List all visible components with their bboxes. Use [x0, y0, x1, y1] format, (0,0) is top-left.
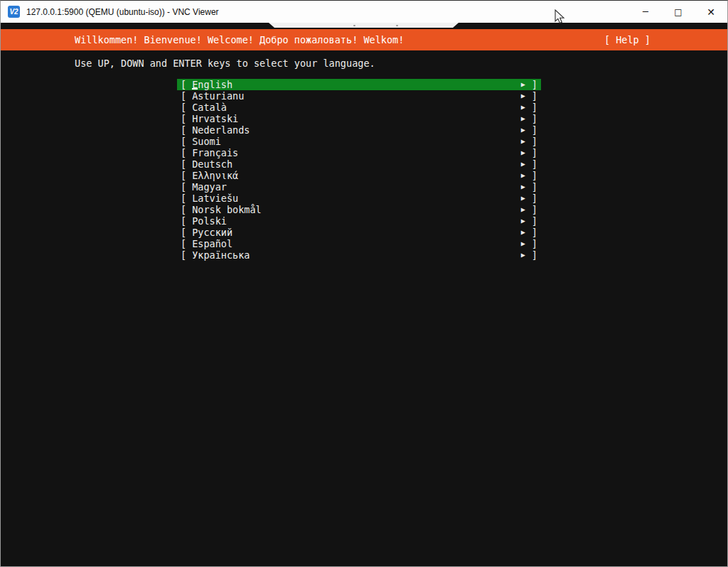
submenu-arrow-icon: ▶ — [521, 193, 525, 204]
language-label: Ελληνικά — [192, 170, 521, 181]
bracket-close-icon: ] — [532, 204, 537, 215]
language-option[interactable]: [ Polski ▶ ] — [177, 215, 541, 227]
language-label: Русский — [192, 227, 521, 238]
window-titlebar[interactable]: V2 127.0.0.1:5900 (QEMU (ubuntu-iso)) - … — [1, 1, 727, 23]
maximize-button[interactable]: □ — [662, 1, 695, 23]
submenu-arrow-icon: ▶ — [521, 90, 525, 102]
bracket-close-icon: ] — [532, 124, 537, 136]
language-option[interactable]: [ Nederlands ▶ ] — [177, 124, 541, 136]
installer-screen: Willkommen! Bienvenue! Welcome! Добро по… — [1, 23, 727, 566]
language-option[interactable]: [ English ▶ ] — [177, 79, 541, 90]
language-option[interactable]: [ Latviešu ▶ ] — [177, 193, 541, 204]
language-option[interactable]: [ Deutsch ▶ ] — [177, 158, 541, 170]
bracket-open-icon: [ — [181, 249, 186, 261]
language-label: English — [192, 79, 521, 90]
mouse-cursor — [555, 9, 565, 25]
submenu-arrow-icon: ▶ — [521, 102, 525, 113]
bracket-close-icon: ] — [532, 215, 537, 227]
language-label: Español — [192, 238, 521, 249]
bracket-close-icon: ] — [532, 227, 537, 238]
welcome-banner: Willkommen! Bienvenue! Welcome! Добро по… — [1, 29, 727, 50]
language-option[interactable]: [ Español ▶ ] — [177, 238, 541, 249]
bracket-close-icon: ] — [532, 249, 537, 261]
language-option[interactable]: [ Русский ▶ ] — [177, 227, 541, 238]
bracket-open-icon: [ — [181, 136, 186, 147]
language-option[interactable]: [ Català ▶ ] — [177, 102, 541, 113]
vnc-viewer-app-icon: V2 — [8, 6, 20, 18]
bracket-open-icon: [ — [181, 215, 186, 227]
submenu-arrow-icon: ▶ — [521, 181, 525, 193]
submenu-arrow-icon: ▶ — [521, 79, 525, 90]
language-option[interactable]: [ Magyar ▶ ] — [177, 181, 541, 193]
language-list: [ English ▶ ] [ Asturianu ▶ ] [ Català ▶… — [177, 79, 541, 261]
submenu-arrow-icon: ▶ — [521, 204, 525, 215]
language-option[interactable]: [ Ελληνικά ▶ ] — [177, 170, 541, 181]
welcome-text: Willkommen! Bienvenue! Welcome! Добро по… — [75, 34, 404, 45]
minimize-button[interactable]: ─ — [629, 1, 662, 23]
instruction-text: Use UP, DOWN and ENTER keys to select yo… — [75, 58, 375, 69]
language-label: Norsk bokmål — [192, 204, 521, 215]
language-option[interactable]: [ Français ▶ ] — [177, 147, 541, 158]
bracket-close-icon: ] — [532, 79, 537, 90]
bracket-close-icon: ] — [532, 193, 537, 204]
submenu-arrow-icon: ▶ — [521, 170, 525, 181]
bracket-open-icon: [ — [181, 102, 186, 113]
bracket-open-icon: [ — [181, 227, 186, 238]
bracket-open-icon: [ — [181, 158, 186, 170]
language-option[interactable]: [ Asturianu ▶ ] — [177, 90, 541, 102]
bracket-close-icon: ] — [532, 147, 537, 158]
language-label: Hrvatski — [192, 113, 521, 124]
submenu-arrow-icon: ▶ — [521, 158, 525, 170]
bracket-close-icon: ] — [532, 170, 537, 181]
language-option[interactable]: [ Українська ▶ ] — [177, 249, 541, 261]
toolbar-tab-dot — [396, 25, 398, 26]
submenu-arrow-icon: ▶ — [521, 238, 525, 249]
language-label: Українська — [192, 249, 521, 261]
bracket-open-icon: [ — [181, 181, 186, 193]
submenu-arrow-icon: ▶ — [521, 249, 525, 261]
bracket-open-icon: [ — [181, 170, 186, 181]
bracket-open-icon: [ — [181, 124, 186, 136]
bracket-close-icon: ] — [532, 90, 537, 102]
language-option[interactable]: [ Norsk bokmål ▶ ] — [177, 204, 541, 215]
language-option[interactable]: [ Hrvatski ▶ ] — [177, 113, 541, 124]
help-button[interactable]: [ Help ] — [604, 34, 651, 45]
vnc-viewer-window: V2 127.0.0.1:5900 (QEMU (ubuntu-iso)) - … — [0, 0, 728, 567]
language-label: Français — [192, 147, 521, 158]
submenu-arrow-icon: ▶ — [521, 147, 525, 158]
bracket-close-icon: ] — [532, 102, 537, 113]
toolbar-tab-dot — [353, 25, 355, 26]
text-cursor — [192, 88, 198, 90]
bracket-close-icon: ] — [532, 113, 537, 124]
language-label: Deutsch — [192, 158, 521, 170]
submenu-arrow-icon: ▶ — [521, 113, 525, 124]
vnc-toolbar-tab[interactable] — [269, 23, 459, 28]
language-label: Suomi — [192, 136, 521, 147]
submenu-arrow-icon: ▶ — [521, 227, 525, 238]
language-label: Latviešu — [192, 193, 521, 204]
bracket-close-icon: ] — [532, 181, 537, 193]
bracket-close-icon: ] — [532, 136, 537, 147]
bracket-open-icon: [ — [181, 204, 186, 215]
close-button[interactable]: ✕ — [695, 1, 727, 23]
bracket-close-icon: ] — [532, 158, 537, 170]
bracket-close-icon: ] — [532, 238, 537, 249]
window-controls: ─ □ ✕ — [629, 1, 727, 23]
submenu-arrow-icon: ▶ — [521, 136, 525, 147]
bracket-open-icon: [ — [181, 90, 186, 102]
window-title: 127.0.0.1:5900 (QEMU (ubuntu-iso)) - VNC… — [26, 7, 219, 17]
bracket-open-icon: [ — [181, 238, 186, 249]
language-label: Polski — [192, 215, 521, 227]
bracket-open-icon: [ — [181, 79, 186, 90]
bracket-open-icon: [ — [181, 193, 186, 204]
language-label: Asturianu — [192, 90, 521, 102]
language-label: Nederlands — [192, 124, 521, 136]
bracket-open-icon: [ — [181, 147, 186, 158]
language-label: Magyar — [192, 181, 521, 193]
submenu-arrow-icon: ▶ — [521, 215, 525, 227]
submenu-arrow-icon: ▶ — [521, 124, 525, 136]
language-option[interactable]: [ Suomi ▶ ] — [177, 136, 541, 147]
bracket-open-icon: [ — [181, 113, 186, 124]
language-label: Català — [192, 102, 521, 113]
